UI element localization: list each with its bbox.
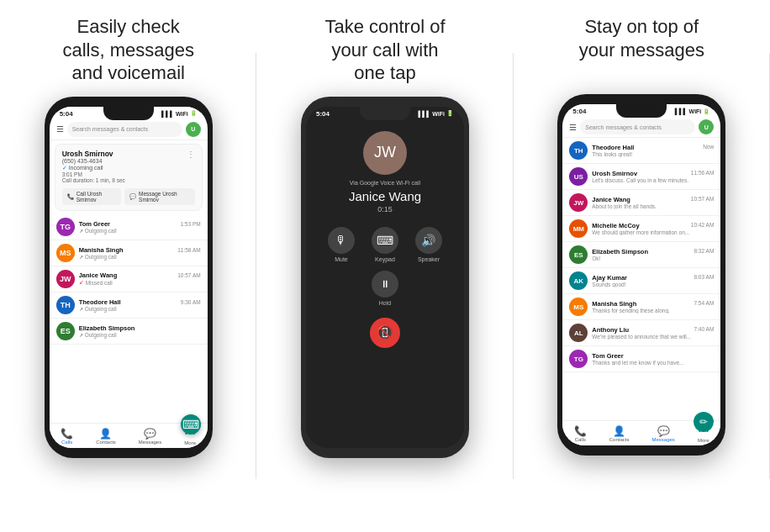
msg-name: Theodore Hall xyxy=(592,144,634,151)
messages-nav-label-3: Messages xyxy=(651,437,674,442)
more-icon[interactable]: ⋮ xyxy=(187,150,195,159)
search-input-1[interactable]: Search messages & contacts xyxy=(67,122,182,137)
list-item[interactable]: JW Janice Wang 10:57 AM About to join th… xyxy=(562,190,720,216)
search-bar-1[interactable]: ☰ Search messages & contacts U xyxy=(50,119,208,140)
user-avatar-3: U xyxy=(699,119,714,134)
contact-avatar: ES xyxy=(56,322,75,340)
list-item[interactable]: US Urosh Smirnov 11:56 AM Let's discuss.… xyxy=(562,164,720,190)
nav-contacts-3[interactable]: 👤 Contacts xyxy=(609,426,630,442)
messages-nav-icon-3: 💬 xyxy=(657,426,670,436)
msg-name: Manisha Singh xyxy=(592,300,636,308)
contact-info: Janice Wang 10:57 AM ↙ Missed call xyxy=(79,271,201,286)
call-controls-row: 🎙 Mute ⌨ Keypad 🔊 Speaker xyxy=(306,227,464,262)
list-item[interactable]: TG Tom Greer Thanks and let me know if y… xyxy=(562,346,720,372)
msg-avatar: AL xyxy=(569,324,588,342)
msg-name: Elizabeth Simpson xyxy=(592,248,648,255)
hold-label: Hold xyxy=(379,300,391,306)
outgoing-arrow-icon: ↗ xyxy=(79,332,83,338)
contact-info: Tom Greer 1:53 PM ↗ Outgoing call xyxy=(79,220,201,234)
msg-preview: Thanks for sending these along. xyxy=(592,308,693,313)
msg-preview: About to join the all hands. xyxy=(592,203,693,209)
end-call-icon: 📵 xyxy=(377,324,393,340)
list-item[interactable]: TH Theodore Hall Now This looks great! xyxy=(562,138,720,164)
msg-avatar: ES xyxy=(569,245,588,264)
msg-info: Michelle McCoy 10:42 AM We should gather… xyxy=(592,222,714,235)
msg-info: Anthony Liu 7:40 AM We're pleased to ann… xyxy=(592,326,714,340)
speaker-icon: 🔊 xyxy=(415,227,442,254)
msg-preview: Sounds good! xyxy=(592,282,693,287)
speaker-control[interactable]: 🔊 Speaker xyxy=(415,227,442,262)
msg-preview: This looks great! xyxy=(592,151,693,157)
list-item[interactable]: MM Michelle McCoy 10:42 AM We should gat… xyxy=(562,216,720,242)
featured-contact-card: Urosh Smirnov (650) 435-4634 ✓ Incoming … xyxy=(55,144,203,211)
list-item[interactable]: AK Ajay Kumar 8:03 AM Sounds good! xyxy=(562,268,720,294)
wifi-icon-3: WiFi xyxy=(689,108,702,114)
phone-notch-2 xyxy=(360,105,410,120)
contact-info: Manisha Singh 11:58 AM ↗ Outgoing call xyxy=(79,246,201,260)
phone-frame-2: 5:04 ▌▌▌ WiFi 🔋 JW Via Google Voice Wi-F… xyxy=(301,97,469,458)
phone-frame-3: 5:04 ▌▌▌ WiFi 🔋 ☰ Search messages & cont… xyxy=(557,94,725,456)
list-item[interactable]: ES Elizabeth Simpson 8:32 AM Ok! xyxy=(562,242,720,268)
msg-name: Janice Wang xyxy=(592,196,630,203)
table-row[interactable]: MS Manisha Singh 11:58 AM ↗ Outgoing cal… xyxy=(50,240,208,266)
via-label: Via Google Voice Wi-Fi call xyxy=(350,180,420,186)
status-icons-3: ▌▌▌ WiFi 🔋 xyxy=(675,108,711,115)
table-row[interactable]: TG Tom Greer 1:53 PM ↗ Outgoing call xyxy=(50,214,208,240)
end-call-button[interactable]: 📵 xyxy=(370,318,400,348)
search-input-3[interactable]: Search messages & contacts xyxy=(580,119,695,134)
search-bar-3[interactable]: ☰ Search messages & contacts U xyxy=(562,117,720,138)
table-row[interactable]: ES Elizabeth Simpson ↗ Outgoing call xyxy=(50,319,208,345)
contact-name: Tom Greer xyxy=(79,220,110,228)
msg-info: Elizabeth Simpson 8:32 AM Ok! xyxy=(592,248,714,261)
hamburger-icon: ☰ xyxy=(56,124,64,134)
wifi-icon-2: WiFi xyxy=(432,111,445,117)
phone-action-icon: 📞 xyxy=(67,193,74,200)
more-nav-label-3: More xyxy=(698,438,709,443)
featured-status: ✓ Incoming call xyxy=(62,165,125,171)
nav-messages[interactable]: 💬 Messages xyxy=(139,429,161,445)
msg-time: 7:54 AM xyxy=(694,300,714,308)
hamburger-icon-3: ☰ xyxy=(569,123,577,132)
outgoing-arrow-icon: ↗ xyxy=(79,228,83,234)
mute-control[interactable]: 🎙 Mute xyxy=(328,227,355,262)
featured-number: (650) 435-4634 xyxy=(62,158,125,164)
contact-time: 1:53 PM xyxy=(180,221,200,227)
battery-icon: 🔋 xyxy=(190,110,198,117)
phone-notch-3 xyxy=(616,103,667,118)
nav-contacts[interactable]: 👤 Contacts xyxy=(96,429,116,445)
table-row[interactable]: TH Theodore Hall 9:30 AM ↗ Outgoing call xyxy=(50,292,208,319)
nav-messages-3[interactable]: 💬 Messages xyxy=(651,426,674,442)
contact-name: Elizabeth Simpson xyxy=(79,324,135,332)
list-item[interactable]: MS Manisha Singh 7:54 AM Thanks for send… xyxy=(562,294,720,320)
panel-2-title: Take control of your call with one tap xyxy=(324,15,445,85)
contact-status: ↗ Outgoing call xyxy=(79,332,201,338)
call-action-btn-1[interactable]: 📞 Call Urosh Smirnov xyxy=(62,188,121,205)
panel-1-title: Easily check calls, messages and voicema… xyxy=(62,15,194,85)
phone-frame-1: 5:04 ▌▌▌ WiFi 🔋 ☰ Search messages & cont… xyxy=(45,97,213,458)
contact-list-1: TG Tom Greer 1:53 PM ↗ Outgoing call MS … xyxy=(50,214,208,423)
time-3: 5:04 xyxy=(572,108,586,115)
msg-info: Ajay Kumar 8:03 AM Sounds good! xyxy=(592,274,714,287)
nav-calls[interactable]: 📞 Calls xyxy=(61,429,73,445)
nav-calls-3[interactable]: 📞 Calls xyxy=(574,426,587,442)
contact-name: Theodore Hall xyxy=(79,298,121,306)
msg-info: Janice Wang 10:57 AM About to join the a… xyxy=(592,196,714,209)
contacts-nav-label: Contacts xyxy=(96,440,116,445)
panel-3: Stay on top of your messages 5:04 ▌▌▌ Wi… xyxy=(514,0,770,532)
fab-button-1[interactable]: ⌨ xyxy=(181,414,201,435)
msg-name: Ajay Kumar xyxy=(592,274,627,282)
contact-info: Elizabeth Simpson ↗ Outgoing call xyxy=(79,324,201,338)
contacts-nav-icon-3: 👤 xyxy=(613,426,625,436)
contact-name: Manisha Singh xyxy=(79,246,124,254)
signal-icon-3: ▌▌▌ xyxy=(675,108,688,114)
table-row[interactable]: JW Janice Wang 10:57 AM ↙ Missed call xyxy=(50,266,208,292)
time-1: 5:04 xyxy=(60,110,73,118)
call-action-btn-2[interactable]: 💬 Message Urosh Smirnov xyxy=(124,188,195,205)
msg-avatar: TH xyxy=(569,141,588,160)
msg-time: 7:40 AM xyxy=(694,326,714,334)
msg-info: Urosh Smirnov 11:56 AM Let's discuss. Ca… xyxy=(592,170,714,183)
list-item[interactable]: AL Anthony Liu 7:40 AM We're pleased to … xyxy=(562,320,720,346)
keypad-control[interactable]: ⌨ Keypad xyxy=(372,227,398,262)
hold-control[interactable]: ⏸ Hold xyxy=(372,271,398,306)
status-icons-1: ▌▌▌ WiFi 🔋 xyxy=(161,110,198,117)
